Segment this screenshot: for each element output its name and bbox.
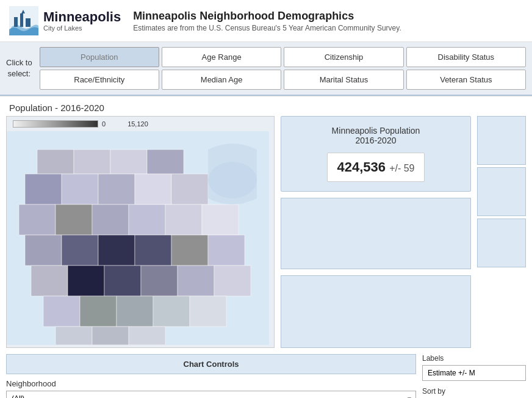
neighborhood-polygon xyxy=(62,174,98,204)
category-btn-citizenship[interactable]: Citizenship xyxy=(284,47,403,67)
neighborhood-polygon xyxy=(25,174,62,204)
main-title: Minneapolis Neighborhood Demographics xyxy=(133,10,401,23)
category-btn-median-age[interactable]: Median Age xyxy=(162,70,281,90)
map-container: 0 15,120 xyxy=(6,116,275,348)
neighborhood-polygon xyxy=(129,204,165,235)
neighborhood-polygon xyxy=(80,296,117,327)
logo-title: Minneapolis xyxy=(43,10,121,24)
labels-select[interactable]: Estimate +/- M xyxy=(422,365,526,381)
right-col-box-1 xyxy=(477,116,526,165)
neighborhood-polygon xyxy=(190,296,226,327)
neighborhood-polygon xyxy=(208,235,245,266)
category-btn-disability-status[interactable]: Disability Status xyxy=(406,47,526,67)
minneapolis-logo-icon xyxy=(9,6,38,35)
category-btn-veteran-status[interactable]: Veteran Status xyxy=(406,70,526,90)
neighborhood-polygon xyxy=(165,204,202,235)
sortby-title: Sort by xyxy=(422,387,526,396)
neighborhood-polygon xyxy=(43,296,80,327)
category-button-grid: Population Age Range Citizenship Disabil… xyxy=(40,47,526,90)
neighborhood-polygon xyxy=(68,266,104,296)
neighborhood-polygon xyxy=(110,150,147,174)
neighborhood-polygon xyxy=(117,296,153,327)
neighborhood-polygon xyxy=(171,235,208,266)
far-right-col xyxy=(477,116,526,348)
neighborhood-polygon xyxy=(214,266,251,296)
map-legend: 0 15,120 xyxy=(7,117,274,131)
neighborhood-polygon xyxy=(202,204,239,235)
legend-min: 0 xyxy=(102,120,106,128)
neighborhood-polygon xyxy=(62,235,98,266)
neighborhood-polygon xyxy=(74,150,110,174)
neighborhood-select[interactable]: (All) xyxy=(6,391,416,398)
chart-controls-right: Labels Estimate +/- M Sort by xyxy=(422,354,526,398)
neighborhood-polygon xyxy=(56,327,92,345)
svg-rect-2 xyxy=(20,13,23,27)
category-btn-race-ethnicity[interactable]: Race/Ethnicity xyxy=(40,70,159,90)
neighborhood-polygon xyxy=(135,174,171,204)
neighborhood-polygon xyxy=(37,150,74,174)
neighborhood-polygon xyxy=(135,235,171,266)
svg-rect-1 xyxy=(14,17,18,27)
neighborhood-polygon xyxy=(31,266,68,296)
right-placeholder-area xyxy=(281,198,471,269)
chart-controls-panel: Chart Controls Neighborhood (All) ▼ You … xyxy=(0,354,532,398)
neighborhood-polygon xyxy=(153,296,190,327)
category-toolbar: Click toselect: Population Age Range Cit… xyxy=(0,42,532,96)
category-btn-marital-status[interactable]: Marital Status xyxy=(284,70,403,90)
main-panel: 0 15,120 xyxy=(0,116,532,354)
right-col-box-3 xyxy=(477,219,526,267)
neighborhood-polygon xyxy=(19,204,56,235)
neighborhood-polygon xyxy=(104,266,141,296)
neighborhood-polygon xyxy=(141,266,178,296)
neighborhood-label: Neighborhood xyxy=(6,379,416,388)
map-svg xyxy=(7,131,274,345)
labels-select-wrap: Estimate +/- M xyxy=(422,365,526,381)
category-btn-population[interactable]: Population xyxy=(40,47,159,67)
category-btn-age-range[interactable]: Age Range xyxy=(162,47,281,67)
neighborhood-polygon xyxy=(56,204,92,235)
neighborhood-polygon xyxy=(92,204,129,235)
labels-title: Labels xyxy=(422,354,526,363)
population-stats-box: Minneapolis Population 2016-2020 424,536… xyxy=(281,116,471,192)
logo-text: Minneapolis City of Lakes xyxy=(43,10,121,32)
header-info: Minneapolis Neighborhood Demographics Es… xyxy=(133,10,401,32)
neighborhood-polygon xyxy=(98,174,135,204)
right-box-2 xyxy=(281,275,471,348)
section-title: Population - 2016-2020 xyxy=(9,103,104,113)
right-col-box-2 xyxy=(477,167,526,216)
right-box-1 xyxy=(281,198,471,269)
chart-controls-left: Chart Controls Neighborhood (All) ▼ You … xyxy=(6,354,416,398)
chart-controls-header: Chart Controls xyxy=(6,354,416,374)
neighborhood-polygon xyxy=(147,150,184,174)
legend-gradient xyxy=(13,120,98,128)
pop-stats-title: Minneapolis Population 2016-2020 xyxy=(290,126,461,145)
neighborhood-polygon xyxy=(129,327,165,345)
neighborhood-polygon xyxy=(25,235,62,266)
click-label: Click toselect: xyxy=(6,57,32,79)
pop-stats-number: 424,536 +/- 59 xyxy=(327,153,424,182)
legend-max: 15,120 xyxy=(128,120,148,128)
neighborhood-polygon xyxy=(178,266,214,296)
neighborhood-polygon xyxy=(92,327,129,345)
page-header: Minneapolis City of Lakes Minneapolis Ne… xyxy=(0,0,532,42)
logo-area: Minneapolis City of Lakes xyxy=(9,6,121,35)
neighborhood-polygon xyxy=(98,235,135,266)
sub-title: Estimates are from the U.S. Census Burea… xyxy=(133,24,401,32)
neighborhood-polygon xyxy=(171,174,208,204)
logo-subtitle: City of Lakes xyxy=(43,24,121,32)
neighborhood-select-wrap: (All) ▼ xyxy=(6,391,416,398)
svg-rect-3 xyxy=(26,18,31,27)
